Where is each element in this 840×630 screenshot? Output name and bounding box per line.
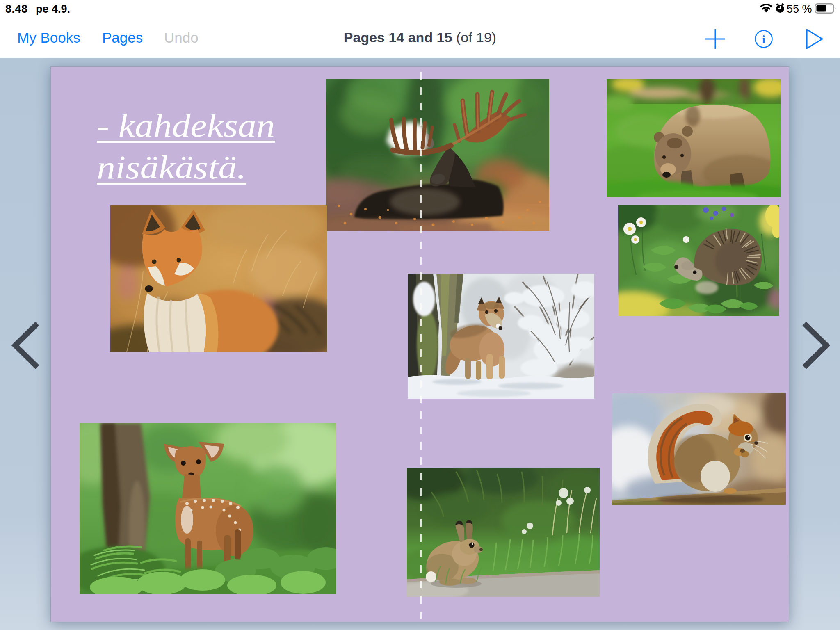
svg-text:i: i [762, 33, 765, 46]
